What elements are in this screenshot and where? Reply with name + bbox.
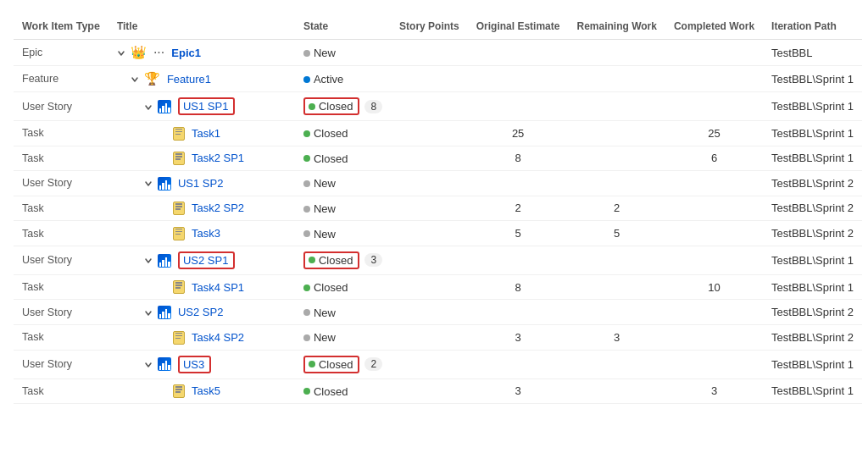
cell-story-points: [391, 121, 468, 146]
cell-title[interactable]: Task4 SP1: [108, 274, 295, 300]
cell-type: Task: [14, 274, 108, 300]
cell-completed-work: [665, 66, 763, 92]
cell-type: Feature: [14, 66, 108, 92]
cell-type: User Story: [14, 350, 108, 378]
state-label: New: [314, 177, 336, 190]
cell-remaining-work: [568, 378, 665, 404]
state-label: Closed: [314, 152, 348, 165]
cell-remaining-work: [568, 66, 665, 92]
title-link[interactable]: US2 SP2: [178, 306, 223, 318]
title-link[interactable]: Task2 SP2: [192, 202, 244, 214]
work-item-icon: [158, 253, 171, 268]
expand-chevron-icon[interactable]: [144, 307, 153, 318]
title-link[interactable]: Epic1: [171, 47, 201, 59]
cell-remaining-work: [568, 300, 665, 325]
cell-iteration-path: TestBBL\Sprint 1: [763, 274, 862, 300]
title-link[interactable]: Task5: [192, 384, 220, 397]
title-link[interactable]: US2 SP1: [183, 254, 228, 267]
cell-story-points: [391, 350, 468, 378]
expand-chevron-icon[interactable]: [131, 74, 139, 84]
cell-completed-work: [665, 40, 763, 66]
col-header-type: Work Item Type: [14, 14, 108, 40]
state-dot-icon: [303, 130, 310, 137]
state-dot-icon: [303, 180, 310, 187]
cell-title[interactable]: US2 SP1: [108, 246, 295, 274]
cell-completed-work: [665, 246, 763, 274]
state-label: Closed: [314, 127, 348, 140]
work-item-icon: [158, 305, 171, 319]
cell-type: User Story: [14, 92, 108, 121]
cell-title[interactable]: US2 SP2: [108, 300, 295, 325]
work-items-table-container: Work Item Type Title State Story Points …: [0, 0, 868, 417]
work-item-icon: [173, 202, 185, 216]
cell-title[interactable]: US1 SP1: [108, 92, 295, 121]
cell-story-points: [391, 92, 468, 121]
state-label: New: [314, 47, 336, 59]
cell-iteration-path: TestBBL\Sprint 1: [763, 92, 862, 121]
cell-title[interactable]: Task2 SP2: [108, 196, 295, 221]
cell-iteration-path: TestBBL\Sprint 1: [763, 146, 862, 171]
cell-title[interactable]: Task1: [108, 121, 295, 146]
cell-title[interactable]: Task3: [108, 221, 295, 246]
expand-chevron-icon[interactable]: [144, 101, 153, 111]
expand-chevron-icon[interactable]: [117, 47, 125, 58]
cell-original-estimate: 5: [468, 221, 569, 246]
table-row: TaskTask5Closed33TestBBL\Sprint 1: [14, 378, 862, 404]
state-label: New: [314, 202, 336, 215]
cell-state: Closed: [295, 378, 391, 404]
cell-remaining-work: [568, 40, 665, 66]
title-link[interactable]: Task1: [192, 127, 220, 140]
cell-state: New: [295, 300, 391, 325]
cell-story-points: [391, 221, 468, 246]
cell-state: Closed8: [295, 92, 391, 121]
cell-title[interactable]: US3: [108, 350, 295, 378]
state-dot-icon: [303, 285, 310, 291]
work-item-icon: [173, 330, 185, 345]
cell-original-estimate: 2: [468, 196, 569, 221]
cell-type: Epic: [14, 40, 108, 66]
highlighted-state-badge: Closed: [303, 97, 359, 115]
cell-title[interactable]: Task4 SP2: [108, 324, 295, 350]
title-link[interactable]: Task2 SP1: [192, 152, 244, 164]
expand-chevron-icon[interactable]: [144, 359, 153, 369]
col-header-ip: Iteration Path: [763, 14, 862, 40]
state-dot-icon: [303, 388, 310, 395]
cell-original-estimate: [468, 40, 569, 66]
story-points-badge: 3: [364, 253, 382, 267]
title-link[interactable]: Task3: [192, 227, 220, 240]
title-link[interactable]: US3: [183, 358, 204, 371]
title-link[interactable]: Task4 SP2: [192, 331, 244, 344]
cell-original-estimate: [468, 92, 569, 121]
cell-title[interactable]: Task5: [108, 378, 295, 404]
cell-title[interactable]: 🏆Feature1: [108, 66, 295, 92]
title-link[interactable]: Feature1: [167, 73, 211, 86]
table-row: User StoryUS1 SP1Closed8TestBBL\Sprint 1: [14, 92, 862, 121]
cell-iteration-path: TestBBL\Sprint 1: [763, 66, 862, 92]
ellipsis-icon[interactable]: ···: [153, 45, 164, 60]
state-label: Active: [314, 73, 343, 86]
cell-state: Closed: [295, 274, 391, 300]
cell-original-estimate: 3: [468, 378, 569, 404]
title-link[interactable]: Task4 SP1: [192, 281, 244, 294]
cell-state: Active: [295, 66, 391, 92]
col-header-title: Title: [108, 14, 295, 40]
cell-state: Closed: [295, 146, 391, 171]
title-link[interactable]: US1 SP2: [178, 177, 223, 190]
highlighted-state-badge: Closed: [303, 356, 359, 373]
expand-chevron-icon[interactable]: [144, 178, 153, 188]
cell-title[interactable]: 👑···Epic1: [108, 40, 295, 66]
cell-remaining-work: [568, 146, 665, 171]
cell-type: Task: [14, 146, 108, 171]
state-label: Closed: [314, 385, 348, 398]
cell-original-estimate: [468, 171, 569, 196]
expand-chevron-icon[interactable]: [144, 255, 153, 265]
cell-story-points: [391, 66, 468, 92]
title-link[interactable]: US1 SP1: [183, 100, 228, 113]
state-dot-icon: [303, 309, 310, 316]
cell-title[interactable]: US1 SP2: [108, 171, 295, 196]
cell-story-points: [391, 196, 468, 221]
cell-remaining-work: [568, 171, 665, 196]
work-items-table: Work Item Type Title State Story Points …: [14, 14, 862, 404]
cell-original-estimate: [468, 246, 569, 274]
cell-title[interactable]: Task2 SP1: [108, 146, 295, 171]
